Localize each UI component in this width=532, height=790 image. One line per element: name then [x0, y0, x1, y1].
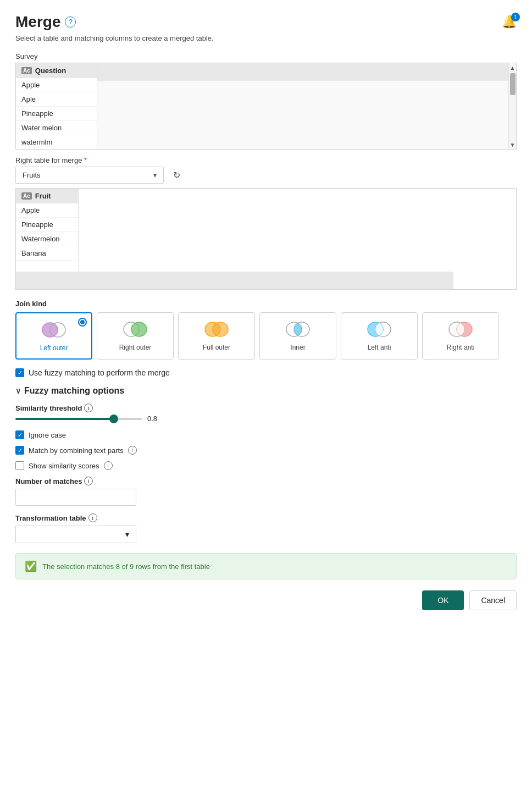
match-combining-label: Match by combining text parts — [29, 446, 124, 455]
expand-chevron-icon: ∨ — [15, 386, 21, 395]
table-row: Aple — [16, 92, 97, 107]
table-row: Apple — [16, 78, 97, 92]
fuzzy-options-section: ∨ Fuzzy matching options Similarity thre… — [15, 386, 517, 543]
table-row: Water melon — [16, 121, 97, 135]
join-label-right-anti: Right anti — [447, 344, 475, 351]
similarity-info-icon[interactable]: i — [84, 404, 93, 412]
help-icon[interactable]: ? — [65, 16, 76, 27]
ignore-case-label: Ignore case — [29, 431, 66, 439]
fuzzy-matching-checkbox[interactable]: ✓ — [15, 368, 24, 377]
header: Merge ? 🔔 1 — [15, 13, 517, 31]
ok-button[interactable]: OK — [422, 590, 464, 610]
required-star: * — [84, 156, 87, 164]
venn-left-outer — [40, 320, 68, 340]
show-similarity-checkbox[interactable] — [15, 461, 24, 470]
status-text: The selection matches 8 of 9 rows from t… — [42, 562, 210, 571]
survey-col: Ac Question Apple Aple Pineapple Water m… — [16, 63, 97, 149]
venn-inner — [284, 319, 312, 339]
join-option-left-outer[interactable]: Left outer — [15, 312, 92, 360]
footer-buttons: OK Cancel — [15, 590, 517, 610]
fruits-col-header: Fruit — [35, 192, 51, 200]
table-row: watermlm — [16, 135, 97, 149]
match-combining-info-icon[interactable]: i — [128, 446, 137, 455]
join-option-right-anti[interactable]: Right anti — [422, 312, 499, 360]
join-label-inner: Inner — [290, 344, 305, 351]
svg-point-5 — [213, 322, 228, 336]
fruits-table-wrapper: Ac Fruit Apple Pineapple Watermelon Bana… — [16, 189, 516, 289]
join-label-left-outer: Left outer — [40, 344, 68, 352]
join-option-inner[interactable]: Inner — [259, 312, 336, 360]
venn-right-outer — [121, 319, 149, 339]
venn-full-outer — [202, 319, 231, 339]
status-bar: ✅ The selection matches 8 of 9 rows from… — [15, 553, 517, 579]
scrollbar[interactable]: ▲ ▼ — [508, 63, 516, 149]
transformation-dropdown[interactable]: ▾ — [15, 526, 136, 543]
slider-fill — [15, 418, 114, 420]
slider-value: 0.8 — [147, 415, 157, 423]
transformation-section: Transformation table i ▾ — [15, 513, 517, 543]
table-row: Pineapple — [16, 218, 78, 232]
survey-right-area — [97, 63, 516, 149]
venn-right-anti — [446, 319, 475, 339]
table-row: Watermelon — [16, 232, 78, 246]
match-combining-checkbox[interactable]: ✓ — [15, 446, 24, 455]
survey-table-wrapper: Ac Question Apple Aple Pineapple Water m… — [16, 63, 516, 149]
ignore-case-row: ✓ Ignore case — [15, 430, 517, 439]
number-of-matches-section: Number of matches i — [15, 477, 517, 506]
survey-header: Ac Question — [16, 63, 97, 78]
table-row: Apple — [16, 203, 78, 218]
slider-row: 0.8 — [15, 415, 517, 423]
ignore-case-checkbox[interactable]: ✓ — [15, 430, 24, 439]
fuzzy-options-title: Fuzzy matching options — [24, 386, 124, 396]
match-combining-row: ✓ Match by combining text parts i — [15, 446, 517, 455]
join-options: Left outer Right outer Full outer — [15, 312, 517, 360]
join-kind-section: Join kind Left outer Right outer — [15, 300, 517, 360]
col-type-icon: Ac — [21, 67, 32, 74]
show-similarity-info-icon[interactable]: i — [104, 461, 113, 470]
fruits-right-area — [16, 272, 453, 289]
slider-thumb[interactable] — [109, 415, 118, 423]
transformation-label: Transformation table i — [15, 513, 517, 522]
number-matches-input[interactable] — [15, 489, 136, 506]
dropdown-chevron-icon: ▾ — [153, 172, 157, 179]
checkmark-icon: ✓ — [18, 370, 23, 376]
table-row: Pineapple — [16, 107, 97, 121]
survey-table: Ac Question Apple Aple Pineapple Water m… — [15, 63, 517, 150]
similarity-threshold-row: Similarity threshold i — [15, 404, 517, 412]
number-matches-label: Number of matches i — [15, 477, 517, 485]
fuzzy-options-header[interactable]: ∨ Fuzzy matching options — [15, 386, 517, 396]
notification-badge: 1 — [511, 13, 520, 21]
survey-col-header: Question — [35, 67, 66, 75]
survey-label: Survey — [15, 52, 517, 60]
svg-point-3 — [131, 322, 147, 336]
join-kind-label: Join kind — [15, 300, 517, 308]
scroll-up-arrow[interactable]: ▲ — [509, 63, 517, 72]
cancel-button[interactable]: Cancel — [469, 590, 517, 610]
radio-left-outer — [78, 318, 87, 327]
refresh-button[interactable]: ↻ — [168, 167, 185, 184]
show-similarity-row: Show similarity scores i — [15, 461, 517, 470]
fruits-table: Ac Fruit Apple Pineapple Watermelon Bana… — [15, 188, 517, 290]
subtitle: Select a table and matching columns to c… — [15, 34, 517, 42]
title-area: Merge ? — [15, 13, 76, 31]
similarity-slider[interactable] — [15, 418, 142, 420]
table-row: Banana — [16, 246, 78, 261]
notification-button[interactable]: 🔔 1 — [502, 15, 517, 29]
transformation-chevron-icon: ▾ — [125, 530, 129, 539]
join-option-left-anti[interactable]: Left anti — [341, 312, 418, 360]
scroll-thumb[interactable] — [510, 73, 516, 95]
scroll-down-arrow[interactable]: ▼ — [509, 140, 517, 149]
join-label-left-anti: Left anti — [368, 344, 391, 351]
page-title: Merge — [15, 13, 60, 31]
status-check-icon: ✅ — [25, 560, 37, 572]
checkmark-icon2: ✓ — [18, 432, 23, 438]
venn-left-anti — [365, 319, 394, 339]
join-option-full-outer[interactable]: Full outer — [178, 312, 255, 360]
transformation-info-icon[interactable]: i — [88, 513, 97, 522]
fuzzy-matching-row: ✓ Use fuzzy matching to perform the merg… — [15, 368, 517, 377]
right-table-section: Right table for merge * Fruits ▾ ↻ — [15, 156, 517, 184]
right-table-dropdown[interactable]: Fruits ▾ — [15, 167, 164, 184]
join-label-right-outer: Right outer — [119, 344, 152, 351]
join-option-right-outer[interactable]: Right outer — [97, 312, 174, 360]
number-matches-info-icon[interactable]: i — [84, 477, 93, 485]
